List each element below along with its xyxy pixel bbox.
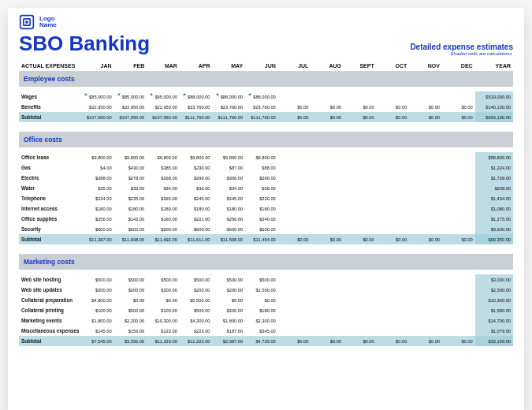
cell-month: $278.00	[114, 173, 147, 183]
cell-month: $600.00	[180, 224, 213, 234]
row-label: Web site updates	[19, 285, 81, 295]
cell-month	[311, 203, 344, 214]
row-label: Internet access	[19, 203, 81, 214]
cell-month: $9,800.00	[245, 152, 278, 162]
cell-month	[442, 91, 475, 102]
subtotal-cell: $0.00	[278, 234, 311, 244]
cell-month: $88.00	[245, 162, 278, 173]
cell-month: $4.00	[81, 162, 114, 173]
subtotal-cell: $0.00	[377, 112, 410, 122]
cell-month	[377, 285, 410, 295]
subtotal-cell: $11,692.00	[147, 234, 180, 244]
header-actual-expenses: ACTUAL EXPENSES	[19, 61, 81, 71]
cell-month	[409, 274, 442, 285]
cell-month	[311, 305, 344, 315]
table-row: Internet access$180.00$180.00$180.00$180…	[19, 203, 513, 214]
expense-table: ACTUAL EXPENSES JAN FEB MAR APR MAY JUN …	[19, 61, 513, 356]
subtotal-cell: $11,223.00	[147, 336, 180, 346]
cell-month: $245.00	[245, 326, 278, 336]
header-month: JUL	[278, 61, 311, 71]
cell-month: $4,800.00	[81, 295, 114, 305]
svg-rect-2	[25, 20, 28, 23]
cell-month	[409, 152, 442, 162]
cell-month	[344, 295, 377, 305]
cell-month: $500.00	[180, 305, 213, 315]
cell-month: $0.00	[409, 102, 442, 112]
cell-month: $180.00	[245, 305, 278, 315]
cell-month: $200.00	[147, 285, 180, 295]
row-label: Miscellaneous expenses	[19, 326, 81, 336]
subtotal-label: Subtotal	[19, 234, 81, 244]
cell-month: $180.00	[212, 203, 245, 214]
cell-month: $265.00	[147, 193, 180, 203]
table-row: Water$35.00$33.00$34.00$36.00$34.00$36.0…	[19, 183, 513, 193]
cell-month	[278, 305, 311, 315]
row-label: Office supplies	[19, 214, 81, 224]
header-month: JUN	[245, 61, 278, 71]
cell-month	[344, 193, 377, 203]
cell-month	[377, 91, 410, 102]
cell-month	[344, 305, 377, 315]
cell-month	[442, 162, 475, 173]
cell-month: $224.00	[81, 193, 114, 203]
cell-month	[311, 224, 344, 234]
logo-block: Logo Name	[19, 14, 513, 30]
cell-month	[377, 214, 410, 224]
cell-month: $180.00	[147, 203, 180, 214]
table-row: Collateral printing$100.00$500.00$100.00…	[19, 305, 513, 315]
cell-month: $9,800.00	[114, 152, 147, 162]
cell-month	[278, 295, 311, 305]
cell-year: $2,500.00	[475, 285, 513, 295]
cell-month	[442, 326, 475, 336]
subtotal-row: Subtotal$107,950.00$107,950.00$107,950.0…	[19, 112, 513, 122]
cell-year: $519,000.00	[475, 91, 513, 102]
cell-month	[344, 173, 377, 183]
cell-month: $180.00	[180, 203, 213, 214]
cell-month: $180.00	[245, 203, 278, 214]
cell-month	[278, 326, 311, 336]
cell-month	[377, 152, 410, 162]
subtotal-cell: $0.00	[311, 234, 344, 244]
cell-year: $14,700.00	[475, 315, 513, 326]
cell-month: $0.00	[212, 295, 245, 305]
cell-month	[442, 285, 475, 295]
cell-month: $85,000.00	[147, 91, 180, 102]
cell-month	[377, 326, 410, 336]
cell-month: $180.00	[114, 203, 147, 214]
cell-month	[442, 152, 475, 162]
subtotal-cell: $0.00	[409, 112, 442, 122]
cell-month: $256.00	[81, 214, 114, 224]
cell-month: $220.00	[245, 193, 278, 203]
cell-month: $1,800.00	[81, 315, 114, 326]
cell-month	[409, 285, 442, 295]
cell-month: $100.00	[147, 305, 180, 315]
cell-month: $22,950.00	[114, 102, 147, 112]
row-label: Office lease	[19, 152, 81, 162]
cell-month: $200.00	[81, 285, 114, 295]
cell-month: $9,800.00	[81, 152, 114, 162]
cell-month: $268.00	[147, 173, 180, 183]
cell-month: $145.00	[81, 326, 114, 336]
table-row: Benefits$22,950.00$22,950.00$22,950.00$2…	[19, 102, 513, 112]
cell-month: $123.00	[147, 326, 180, 336]
cell-month: $240.00	[245, 214, 278, 224]
cell-month: $235.00	[114, 193, 147, 203]
cell-month	[442, 214, 475, 224]
row-label: Wages	[19, 91, 81, 102]
cell-month: $600.00	[212, 224, 245, 234]
cell-year: $1,080.00	[475, 203, 513, 214]
cell-month	[278, 274, 311, 285]
subtotal-year: $659,130.00	[475, 112, 513, 122]
cell-month	[278, 173, 311, 183]
header-month: MAY	[212, 61, 245, 71]
cell-month: $600.00	[147, 224, 180, 234]
subtitle-block: Detailed expense estimates Shaded cells …	[410, 43, 513, 56]
subtotal-cell: $11,223.00	[180, 336, 213, 346]
section-title: Office costs	[19, 132, 513, 147]
table-header-row: ACTUAL EXPENSES JAN FEB MAR APR MAY JUN …	[19, 61, 513, 71]
cell-month	[409, 224, 442, 234]
cell-month	[442, 183, 475, 193]
cell-month: $160.00	[147, 214, 180, 224]
subtotal-cell: $111,760.00	[212, 112, 245, 122]
subtotal-year: $69,350.00	[475, 234, 513, 244]
